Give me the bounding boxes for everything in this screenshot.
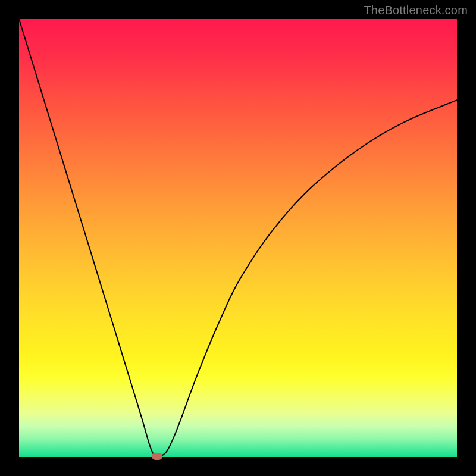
- watermark-text: TheBottleneck.com: [364, 4, 468, 17]
- bottleneck-curve: [19, 19, 457, 457]
- plot-area: [19, 19, 457, 457]
- minimum-marker: [152, 453, 162, 460]
- chart-frame: TheBottleneck.com: [0, 0, 476, 476]
